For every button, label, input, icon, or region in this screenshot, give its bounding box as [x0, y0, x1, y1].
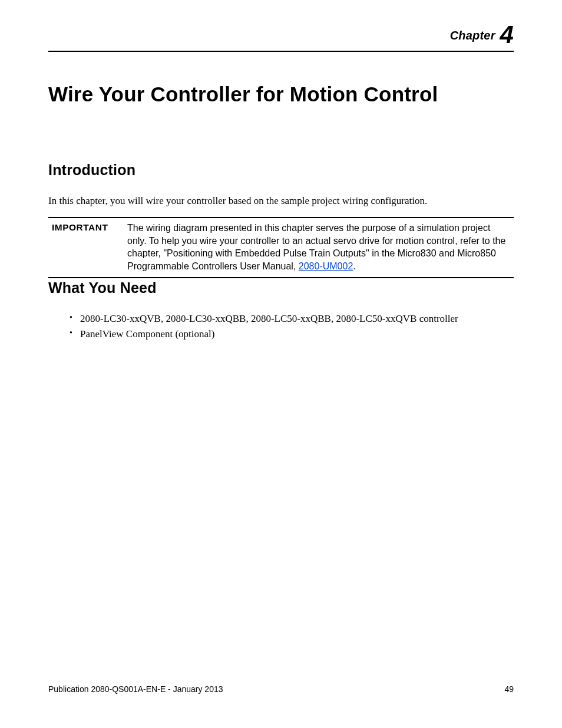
- page-title: Wire Your Controller for Motion Control: [48, 83, 514, 106]
- important-callout: IMPORTANT The wiring diagram presented i…: [48, 217, 514, 278]
- footer-page-number: 49: [504, 684, 514, 694]
- section-heading-what-you-need: What You Need: [48, 279, 157, 297]
- important-text-after: .: [353, 261, 355, 271]
- list-item: 2080-LC30-xxQVB, 2080-LC30-xxQBB, 2080-L…: [70, 311, 514, 327]
- section-heading-introduction: Introduction: [48, 162, 135, 179]
- important-link[interactable]: 2080-UM002: [299, 261, 353, 271]
- page-footer: Publication 2080-QS001A-EN-E - January 2…: [48, 684, 514, 694]
- list-item: PanelView Component (optional): [70, 327, 514, 342]
- footer-publication: Publication 2080-QS001A-EN-E - January 2…: [48, 684, 223, 694]
- chapter-number: 4: [498, 21, 514, 48]
- introduction-paragraph: In this chapter, you will wire your cont…: [48, 195, 514, 208]
- chapter-label: Chapter 4: [450, 22, 514, 47]
- header-rule: [48, 51, 514, 52]
- document-page: Chapter 4 Wire Your Controller for Motio…: [0, 0, 562, 728]
- important-text: The wiring diagram presented in this cha…: [127, 222, 514, 272]
- important-label: IMPORTANT: [48, 222, 127, 272]
- chapter-word: Chapter: [450, 29, 495, 42]
- what-you-need-list: 2080-LC30-xxQVB, 2080-LC30-xxQBB, 2080-L…: [70, 311, 514, 342]
